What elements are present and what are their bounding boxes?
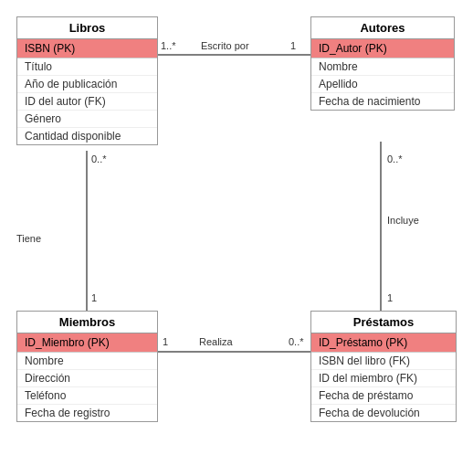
entity-autores-field-2: Fecha de nacimiento bbox=[311, 93, 454, 110]
mult-libros-autores-from: 1..* bbox=[161, 40, 176, 51]
entity-miembros-header: Miembros bbox=[17, 312, 157, 333]
entity-miembros-field-3: Fecha de registro bbox=[17, 405, 157, 421]
entity-prestamos-field-3: Fecha de devolución bbox=[311, 405, 456, 421]
entity-miembros: Miembros ID_Miembro (PK) Nombre Direcció… bbox=[16, 311, 158, 422]
mult-libros-miembros-to: 1 bbox=[91, 292, 97, 303]
entity-autores-field-0: Nombre bbox=[311, 58, 454, 76]
label-escrito-por: Escrito por bbox=[201, 40, 249, 51]
mult-miembros-prestamos-from: 1 bbox=[163, 336, 168, 347]
entity-prestamos: Préstamos ID_Préstamo (PK) ISBN del libr… bbox=[310, 311, 457, 422]
mult-libros-miembros-from: 0..* bbox=[91, 153, 107, 164]
entity-libros-header: Libros bbox=[17, 17, 157, 39]
erd-diagram: Libros ISBN (PK) Título Año de publicaci… bbox=[0, 0, 473, 476]
entity-autores-pk: ID_Autor (PK) bbox=[311, 39, 454, 58]
entity-libros-field-2: ID del autor (FK) bbox=[17, 93, 157, 111]
entity-prestamos-field-0: ISBN del libro (FK) bbox=[311, 353, 456, 370]
entity-autores: Autores ID_Autor (PK) Nombre Apellido Fe… bbox=[310, 16, 455, 111]
label-incluye: Incluye bbox=[387, 215, 419, 226]
mult-libros-autores-to: 1 bbox=[290, 40, 296, 51]
entity-prestamos-header: Préstamos bbox=[311, 312, 456, 333]
mult-libros-prestamos-from: 0..* bbox=[387, 153, 403, 164]
entity-libros-field-0: Título bbox=[17, 58, 157, 76]
label-tiene: Tiene bbox=[16, 233, 41, 244]
mult-libros-prestamos-to: 1 bbox=[387, 292, 393, 303]
entity-autores-field-1: Apellido bbox=[311, 76, 454, 93]
mult-miembros-prestamos-to: 0..* bbox=[289, 336, 304, 347]
entity-prestamos-field-1: ID del miembro (FK) bbox=[311, 370, 456, 387]
entity-libros-field-3: Género bbox=[17, 111, 157, 128]
entity-libros-field-1: Año de publicación bbox=[17, 76, 157, 93]
entity-miembros-field-0: Nombre bbox=[17, 353, 157, 370]
entity-libros-field-4: Cantidad disponible bbox=[17, 128, 157, 144]
entity-prestamos-field-2: Fecha de préstamo bbox=[311, 387, 456, 405]
entity-miembros-pk: ID_Miembro (PK) bbox=[17, 333, 157, 353]
entity-libros: Libros ISBN (PK) Título Año de publicaci… bbox=[16, 16, 158, 145]
entity-miembros-field-2: Teléfono bbox=[17, 387, 157, 405]
entity-libros-pk: ISBN (PK) bbox=[17, 39, 157, 58]
entity-miembros-field-1: Dirección bbox=[17, 370, 157, 387]
entity-prestamos-pk: ID_Préstamo (PK) bbox=[311, 333, 456, 353]
entity-autores-header: Autores bbox=[311, 17, 454, 39]
label-realiza: Realiza bbox=[199, 336, 233, 347]
